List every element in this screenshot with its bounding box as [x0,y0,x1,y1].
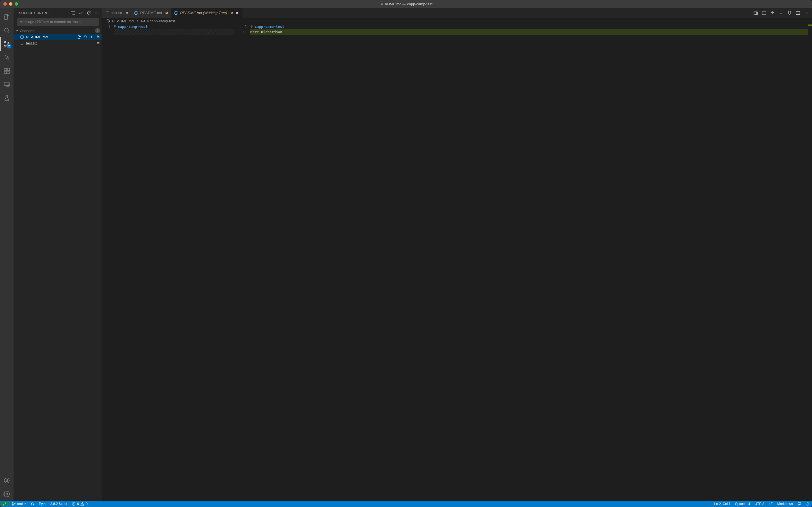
commit-message-input[interactable] [17,18,99,26]
arrow-up-icon[interactable] [770,11,775,15]
tab-status: M [231,11,233,15]
line-gutter-right: 12+ [239,24,250,501]
svg-point-29 [12,504,13,505]
breadcrumb-heading: # capp-camp-test [147,19,175,23]
extensions-icon[interactable] [0,64,13,78]
sidebar-title: SOURCE CONTROL [19,11,71,15]
testing-icon[interactable] [0,91,13,105]
remote-indicator[interactable] [0,502,10,506]
tab-label: README.md (Working Tree) [180,11,227,15]
svg-point-12 [6,479,8,481]
search-icon[interactable] [0,24,13,37]
refresh-icon[interactable] [87,11,91,15]
overview-insert-mark [808,24,812,26]
status-bar: main* Python 3.8.2 64-bit 0 0 Ln 2, Col … [0,501,812,507]
file-name: test.txt [26,41,93,45]
info-icon [174,11,179,15]
editor-tab[interactable]: README.mdM [131,8,171,18]
source-control-icon[interactable]: 2 [0,37,13,51]
svg-rect-8 [7,68,10,70]
indentation[interactable]: Spaces: 4 [733,502,752,506]
activity-bar: 2 [0,8,13,501]
notifications-icon[interactable] [804,502,812,506]
svg-point-25 [808,12,808,13]
titlebar: README.md — capp-camp-test [0,0,812,8]
changed-file-row[interactable]: test.txtM [13,40,102,46]
symbol-string-icon [141,19,145,23]
info-icon [20,35,24,39]
svg-point-15 [96,12,97,13]
tab-label: test.txt [111,11,122,15]
more-editor-actions-icon[interactable] [804,11,809,15]
editor-area: test.txtMREADME.mdMREADME.md (Working Tr… [102,8,812,501]
svg-point-14 [95,12,96,13]
changes-file-list: README.mdMtest.txtM [13,34,102,46]
file-status: M [97,41,100,45]
open-changes-icon[interactable] [753,11,758,15]
remote-explorer-icon[interactable] [0,78,13,91]
code-content-left: # capp-camp-test [114,24,239,501]
branch-indicator[interactable]: main* [10,502,28,506]
branch-name: main* [17,502,26,506]
editor-tab[interactable]: test.txtM [102,8,131,18]
svg-rect-7 [7,71,9,73]
changed-file-row[interactable]: README.mdM [13,34,102,40]
svg-point-23 [805,12,806,13]
chevron-right-icon [135,19,139,23]
toggle-inline-icon[interactable] [762,11,766,15]
window-controls [3,2,18,6]
svg-rect-5 [4,68,6,71]
problems-indicator[interactable]: 0 0 [69,502,90,506]
svg-point-24 [806,12,807,13]
lines-icon [105,11,110,15]
line-gutter-left: 1 [102,24,114,501]
svg-rect-9 [4,82,9,86]
svg-rect-6 [4,71,6,73]
stage-change-icon[interactable] [89,35,93,39]
tab-status: M [165,11,168,15]
tab-status: M [125,11,128,15]
settings-gear-icon[interactable] [0,487,13,501]
maximize-window-button[interactable] [15,2,18,6]
cursor-position[interactable]: Ln 2, Col 1 [712,502,733,506]
more-actions-icon[interactable] [94,11,99,15]
close-tab-icon[interactable] [235,11,239,15]
accounts-icon[interactable] [0,474,13,487]
overview-ruler-left [235,24,239,501]
view-as-tree-icon[interactable] [71,11,75,15]
eol[interactable]: LF [767,502,775,506]
svg-point-30 [14,503,15,504]
run-debug-icon[interactable] [0,51,13,64]
discard-changes-icon[interactable] [83,35,87,39]
svg-point-13 [6,493,8,495]
changes-count-badge: 2 [95,28,100,33]
svg-point-28 [12,503,13,503]
commit-check-icon[interactable] [79,11,83,15]
svg-point-16 [98,12,99,13]
language-mode[interactable]: Markdown [775,502,795,506]
diff-editor[interactable]: 1 # capp-camp-test 12+ # capp-camp-testM… [102,24,812,501]
explorer-icon[interactable] [0,10,13,24]
split-editor-icon[interactable] [796,11,800,15]
svg-point-3 [8,43,9,44]
sync-button[interactable] [28,502,37,506]
feedback-icon[interactable] [795,502,804,506]
tab-label: README.md [140,11,162,15]
diff-modified-pane[interactable]: 12+ # capp-camp-testMarc Richardson [239,24,812,501]
close-window-button[interactable] [3,2,7,6]
arrow-down-icon[interactable] [779,11,783,15]
minimize-window-button[interactable] [9,2,12,6]
lines-icon [20,41,24,45]
open-file-icon[interactable] [77,35,81,39]
breadcrumbs[interactable]: README.md # capp-camp-test [102,18,812,24]
python-interpreter[interactable]: Python 3.8.2 64-bit [37,502,70,506]
svg-point-0 [4,28,8,32]
encoding[interactable]: UTF-8 [753,502,767,506]
diff-original-pane[interactable]: 1 # capp-camp-test [102,24,239,501]
scm-badge: 2 [7,44,11,48]
whitespace-icon[interactable] [787,11,792,15]
changes-section-header[interactable]: Changes 2 [13,27,102,34]
overview-ruler-right [808,24,812,501]
editor-tab[interactable]: README.md (Working Tree)M [171,8,243,18]
breadcrumb-file: README.md [112,19,134,23]
